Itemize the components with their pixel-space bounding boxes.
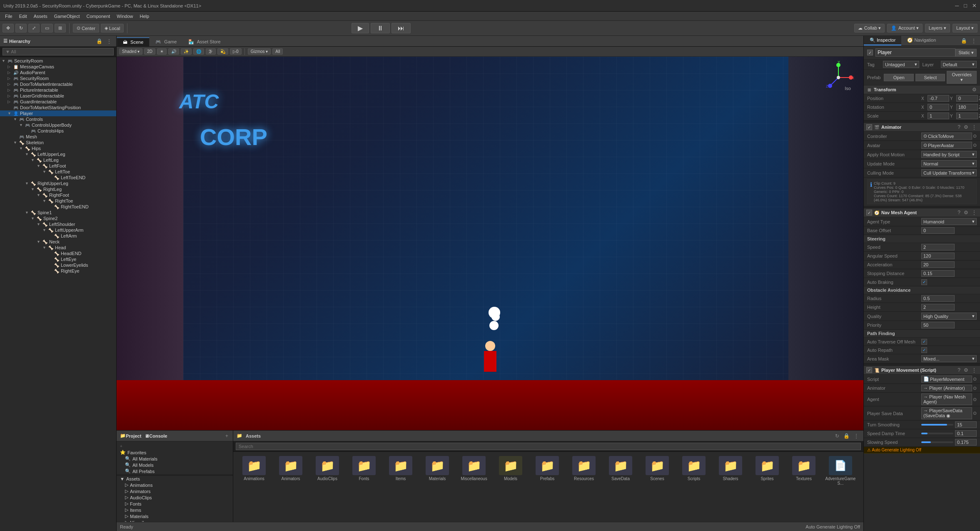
proj-item-favorites[interactable]: ⭐ Favorites bbox=[117, 449, 233, 456]
apply-root-motion-dropdown[interactable]: Handled by Script ▾ bbox=[921, 151, 977, 158]
tab-asset-store[interactable]: 🏪 Asset Store bbox=[182, 37, 226, 46]
asset-folder-fonts[interactable]: 📁 Fonts bbox=[347, 456, 381, 481]
local-toggle[interactable]: ◈ Local bbox=[101, 24, 124, 33]
asset-folder-models[interactable]: 📁 Models bbox=[494, 456, 527, 481]
tree-item-leftarm[interactable]: 🦴 LeftArm bbox=[0, 233, 116, 239]
tab-navigation[interactable]: 🧭 Navigation bbox=[901, 36, 942, 45]
pm-agent-pick[interactable]: ⊙ bbox=[973, 397, 977, 402]
tree-item-neck[interactable]: ▼ 🦴 Neck bbox=[0, 239, 116, 245]
auto-repath-checkbox[interactable]: ✓ bbox=[921, 347, 927, 353]
proj-item-assets-root[interactable]: ▼ Assets bbox=[117, 476, 233, 482]
navmesh-enabled-checkbox[interactable]: ✓ bbox=[866, 210, 872, 215]
gizmos-dropdown[interactable]: Gizmos ▾ bbox=[248, 48, 271, 55]
tree-item-lowereyelids[interactable]: 🦴 LowerEyelids bbox=[0, 262, 116, 268]
fx-toggle[interactable]: ✨ bbox=[181, 48, 192, 55]
assets-search-input[interactable] bbox=[236, 443, 861, 450]
slowing-speed-input[interactable] bbox=[955, 439, 977, 446]
project-lock-button[interactable]: + bbox=[224, 433, 229, 439]
pm-script-pick[interactable]: ⊙ bbox=[973, 376, 977, 382]
tree-item-headend[interactable]: 🦴 HeadEND bbox=[0, 250, 116, 256]
center-toggle[interactable]: ⊙ Center bbox=[73, 24, 99, 33]
prefab-overrides-button[interactable]: Overrides ▾ bbox=[947, 71, 977, 84]
static-dropdown[interactable]: Static ▾ bbox=[955, 49, 977, 57]
layers-dropdown[interactable]: Layers ▾ bbox=[925, 24, 950, 33]
2d-toggle[interactable]: 2D bbox=[144, 48, 155, 55]
tree-item-leftfoot[interactable]: ▼ 🦴 LeftFoot bbox=[0, 163, 116, 169]
step-button[interactable]: ⏭ bbox=[392, 23, 411, 33]
tree-item-securityroom-root[interactable]: ▼ 🎮 SecurityRoom bbox=[0, 58, 116, 64]
tree-item-leftupperarm[interactable]: ▼ 🦴 LeftUpperArm bbox=[0, 227, 116, 233]
tree-item-controls[interactable]: ▼ 🎮 Controls bbox=[0, 116, 116, 122]
pause-button[interactable]: ⏸ bbox=[371, 23, 390, 33]
menu-edit[interactable]: Edit bbox=[16, 13, 30, 20]
hierarchy-more-button[interactable]: ⋮ bbox=[105, 38, 113, 45]
pm-settings-icon[interactable]: ⚙ bbox=[963, 367, 969, 373]
asset-folder-audioclips[interactable]: 📁 AudioClips bbox=[311, 456, 344, 481]
player-movement-component-header[interactable]: ✓ 📜 Player Movement (Script) ? ⚙ ⋮ bbox=[864, 366, 980, 375]
scene-viewport[interactable]: ATC CORP bbox=[117, 57, 863, 430]
tree-item-controls-hips[interactable]: 🎮 ControlsHips bbox=[0, 128, 116, 134]
turn-smooth-input[interactable] bbox=[955, 421, 977, 428]
animator-more-icon[interactable]: ⋮ bbox=[971, 124, 978, 130]
tree-item-lefteye[interactable]: 🦴 LeftEye bbox=[0, 256, 116, 262]
minimize-button[interactable]: ─ bbox=[955, 3, 959, 9]
position-x-input[interactable] bbox=[928, 95, 949, 102]
tree-item-player[interactable]: ▼ 👤 Player bbox=[0, 110, 116, 116]
transform-scale-tool[interactable]: ⤢ bbox=[28, 24, 40, 33]
tree-item-rightleg[interactable]: ▼ 🦴 RightLeg bbox=[0, 186, 116, 192]
prefab-open-button[interactable]: Open bbox=[884, 74, 914, 81]
tree-item-lefttoeend[interactable]: 🦴 LeftToeEND bbox=[0, 175, 116, 180]
layer-dropdown[interactable]: Default ▾ bbox=[941, 61, 977, 68]
flare-toggle[interactable]: 💫 bbox=[217, 48, 228, 55]
fog-toggle[interactable]: 🌫 bbox=[206, 48, 216, 55]
assets-refresh-button[interactable]: ↻ bbox=[834, 433, 840, 439]
proj-add-section[interactable]: + bbox=[117, 443, 233, 449]
angular-speed-field[interactable]: 120 bbox=[921, 253, 955, 259]
tree-item-doorstartpos[interactable]: 🎮 DoorToMarketStartingPosition bbox=[0, 105, 116, 110]
asset-folder-materials[interactable]: 📁 Materials bbox=[421, 456, 454, 481]
tree-item-lasergrid[interactable]: ▷ 🎮 LaserGridInteractable bbox=[0, 93, 116, 99]
tree-item-spine1[interactable]: ▼ 🦴 Spine1 bbox=[0, 210, 116, 215]
tree-item-mesh[interactable]: 🎮 Mesh bbox=[0, 134, 116, 140]
play-button[interactable]: ▶ bbox=[352, 23, 369, 33]
maximize-button[interactable]: □ bbox=[964, 3, 967, 9]
scale-y-input[interactable] bbox=[956, 113, 978, 119]
tree-item-rightupperleg[interactable]: ▼ 🦴 RightUpperLeg bbox=[0, 180, 116, 186]
pm-more-icon[interactable]: ⋮ bbox=[971, 367, 978, 373]
tab-game[interactable]: 🎮 Game bbox=[150, 37, 182, 46]
proj-item-animations[interactable]: ▷ Animations bbox=[117, 482, 233, 488]
rotation-y-input[interactable] bbox=[956, 104, 978, 110]
proj-item-animators[interactable]: ▷ Animators bbox=[117, 488, 233, 494]
position-y-input[interactable] bbox=[956, 95, 978, 102]
speed-field[interactable]: 2 bbox=[921, 244, 955, 250]
tree-item-righttoe[interactable]: ▼ 🦴 RightToe bbox=[0, 198, 116, 204]
animator-help-icon[interactable]: ? bbox=[957, 124, 961, 130]
prefab-select-button[interactable]: Select bbox=[915, 74, 945, 81]
proj-item-all-materials[interactable]: 🔍 All Materials bbox=[117, 456, 233, 462]
assets-lock-button[interactable]: 🔒 bbox=[842, 433, 851, 439]
height-field[interactable]: 2 bbox=[921, 304, 955, 311]
shaded-dropdown[interactable]: Shaded ▾ bbox=[119, 48, 142, 55]
menu-window[interactable]: Window bbox=[113, 13, 136, 20]
culling-mode-dropdown[interactable]: Cull Update Transforms ▾ bbox=[921, 169, 977, 176]
tab-scene[interactable]: 🏔 Scene bbox=[117, 38, 150, 46]
quality-dropdown[interactable]: High Quality ▾ bbox=[921, 313, 977, 320]
proj-item-all-prefabs[interactable]: 🔍 All Prefabs bbox=[117, 468, 233, 474]
tree-item-doortomarket[interactable]: ▷ 🎮 DoorToMarketInteractable bbox=[0, 81, 116, 87]
transform-all-tool[interactable]: ⊞ bbox=[55, 24, 66, 33]
object-name-field[interactable] bbox=[875, 48, 955, 57]
base-offset-field[interactable]: 0 bbox=[921, 227, 955, 234]
account-dropdown[interactable]: 👤 Account ▾ bbox=[887, 24, 923, 33]
transform-component-header[interactable]: ⊞ Transform ⚙ bbox=[864, 85, 980, 94]
tree-item-controls-upper[interactable]: ▼ 🎮 ControlsUpperBody bbox=[0, 122, 116, 128]
tree-item-audioparent[interactable]: ▷ 🔊 AudioParent bbox=[0, 70, 116, 75]
auto-braking-checkbox[interactable]: ✓ bbox=[921, 279, 927, 285]
pm-animator-pick[interactable]: ⊙ bbox=[973, 386, 977, 391]
close-button[interactable]: ✕ bbox=[972, 3, 977, 9]
menu-component[interactable]: Component bbox=[83, 13, 113, 20]
asset-folder-prefabs[interactable]: 📁 Prefabs bbox=[531, 456, 564, 481]
tree-item-guard[interactable]: ▷ 🎮 GuardInteractable bbox=[0, 99, 116, 105]
tree-item-righteye[interactable]: 🦴 RightEye bbox=[0, 268, 116, 274]
auto-traverse-checkbox[interactable]: ✓ bbox=[921, 339, 927, 345]
asset-folder-sprites[interactable]: 📁 Sprites bbox=[751, 456, 784, 481]
